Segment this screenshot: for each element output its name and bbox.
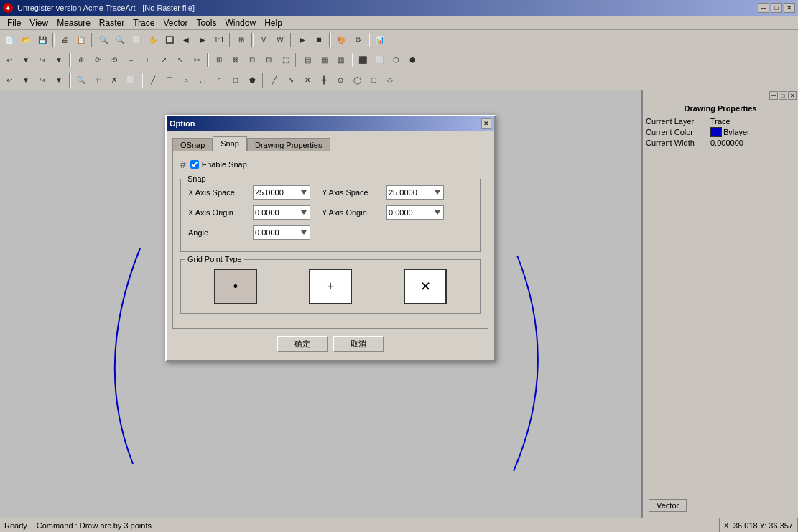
draw-undo[interactable]: ↩: [1, 73, 17, 88]
redo-button[interactable]: ↪: [34, 52, 50, 68]
color-btn[interactable]: 🎨: [333, 32, 349, 48]
draw-rect[interactable]: □: [228, 73, 243, 88]
y-axis-origin-select[interactable]: 0.0000: [386, 205, 444, 220]
panel-close[interactable]: ✕: [788, 91, 797, 100]
t10[interactable]: ⊠: [228, 52, 243, 68]
t2[interactable]: ⟳: [90, 52, 106, 68]
t8[interactable]: ✂: [189, 52, 205, 68]
zoom-window-button[interactable]: 🔲: [162, 32, 177, 48]
crosshair[interactable]: ✛: [90, 73, 106, 88]
draw-x[interactable]: ✕: [300, 73, 315, 88]
grid-option-plus[interactable]: +: [309, 269, 352, 304]
draw-redo-arrow[interactable]: ▼: [51, 73, 67, 88]
snap-button[interactable]: ⊞: [233, 32, 249, 48]
t14[interactable]: ▤: [300, 52, 315, 68]
t12[interactable]: ⊟: [261, 52, 277, 68]
settings-btn[interactable]: ⚙: [350, 32, 366, 48]
tab-drawing-properties[interactable]: Drawing Properties: [247, 138, 330, 151]
t20[interactable]: ⬢: [404, 52, 420, 68]
panel-minimize[interactable]: ─: [769, 91, 778, 100]
draw-line2[interactable]: ╱: [266, 73, 282, 88]
y-axis-space-select[interactable]: 25.0000 10.0000 5.0000: [386, 185, 444, 200]
menu-measure[interactable]: Measure: [52, 17, 95, 29]
maximize-button[interactable]: □: [771, 3, 782, 13]
play-button[interactable]: ▶: [294, 32, 310, 48]
menu-tools[interactable]: Tools: [192, 17, 221, 29]
cancel-button[interactable]: 取消: [333, 336, 384, 352]
t3[interactable]: ⟲: [106, 52, 122, 68]
erase[interactable]: ✗: [106, 73, 122, 88]
minimize-button[interactable]: ─: [758, 3, 769, 13]
zoom-out-button[interactable]: 🔍: [112, 32, 128, 48]
save-button[interactable]: 💾: [34, 32, 50, 48]
redo-arrow[interactable]: ▼: [51, 52, 67, 68]
t6[interactable]: ⤢: [156, 52, 172, 68]
enable-snap-checkbox[interactable]: [190, 160, 199, 169]
t11[interactable]: ⊡: [244, 52, 260, 68]
menu-raster[interactable]: Raster: [95, 17, 129, 29]
w-button[interactable]: W: [272, 32, 288, 48]
close-button[interactable]: ✕: [784, 3, 795, 13]
draw-circle[interactable]: ○: [178, 73, 194, 88]
draw-arc3[interactable]: ◜: [211, 73, 227, 88]
draw-arc2[interactable]: ◡: [195, 73, 210, 88]
draw-poly[interactable]: ⬟: [244, 73, 260, 88]
menu-file[interactable]: File: [3, 17, 25, 29]
t13[interactable]: ⬚: [277, 52, 293, 68]
menu-help[interactable]: Help: [260, 17, 287, 29]
t17[interactable]: ⬛: [355, 52, 371, 68]
undo-button[interactable]: ↩: [1, 52, 17, 68]
undo-arrow[interactable]: ▼: [18, 52, 34, 68]
tab-osnap[interactable]: OSnap: [172, 138, 213, 151]
menu-window[interactable]: Window: [221, 17, 260, 29]
draw-hex[interactable]: ⬡: [366, 73, 381, 88]
stop-button[interactable]: ⏹: [311, 32, 327, 48]
dialog-close-button[interactable]: ✕: [481, 118, 491, 129]
menu-view[interactable]: View: [25, 17, 52, 29]
t1[interactable]: ⊕: [73, 52, 89, 68]
menu-trace[interactable]: Trace: [129, 17, 159, 29]
t18[interactable]: ⬜: [371, 52, 387, 68]
draw-arc1[interactable]: ⌒: [162, 73, 177, 88]
t16[interactable]: ▥: [333, 52, 348, 68]
print-button[interactable]: 🖨: [57, 32, 73, 48]
grid-option-cross[interactable]: ✕: [404, 269, 447, 304]
v-button[interactable]: V: [256, 32, 272, 48]
color-swatch[interactable]: [710, 127, 722, 137]
zoom-all-button[interactable]: ⬜: [129, 32, 144, 48]
select[interactable]: ⬜: [123, 73, 139, 88]
new-button[interactable]: 📄: [1, 32, 17, 48]
draw-undo-arrow[interactable]: ▼: [18, 73, 34, 88]
draw-circ2[interactable]: ◯: [349, 73, 365, 88]
zoom-prev-button[interactable]: ◀: [178, 32, 194, 48]
x-axis-space-select[interactable]: 25.0000 10.0000 5.0000: [253, 185, 310, 200]
draw-sp[interactable]: ⊙: [333, 73, 348, 88]
draw-plus[interactable]: ╋: [316, 73, 332, 88]
grid-option-dot[interactable]: •: [214, 269, 257, 304]
t4[interactable]: ↔: [123, 52, 139, 68]
draw-shape[interactable]: ◇: [382, 73, 398, 88]
t19[interactable]: ⬡: [388, 52, 404, 68]
print2-button[interactable]: 📋: [73, 32, 89, 48]
t9[interactable]: ⊞: [211, 52, 227, 68]
t15[interactable]: ▦: [316, 52, 332, 68]
zoom-in2[interactable]: 🔍: [73, 73, 89, 88]
zoom-next-button[interactable]: ▶: [195, 32, 210, 48]
chart-btn[interactable]: 📊: [372, 32, 388, 48]
draw-curve[interactable]: ∿: [283, 73, 299, 88]
vector-tab[interactable]: Vector: [649, 499, 687, 512]
draw-redo[interactable]: ↪: [34, 73, 50, 88]
x-axis-origin-select[interactable]: 0.0000: [253, 205, 310, 220]
angle-select[interactable]: 0.0000: [253, 225, 310, 240]
draw-line[interactable]: ╱: [145, 73, 161, 88]
tab-snap[interactable]: Snap: [213, 136, 247, 151]
zoom-in-button[interactable]: 🔍: [96, 32, 111, 48]
ok-button[interactable]: 确定: [277, 336, 328, 352]
t5[interactable]: ↕: [139, 52, 155, 68]
open-button[interactable]: 📂: [18, 32, 34, 48]
menu-vector[interactable]: Vector: [159, 17, 192, 29]
t7[interactable]: ⤡: [172, 52, 188, 68]
scale-button[interactable]: 1:1: [211, 32, 227, 48]
panel-restore[interactable]: □: [779, 91, 787, 100]
pan-button[interactable]: ✋: [145, 32, 161, 48]
